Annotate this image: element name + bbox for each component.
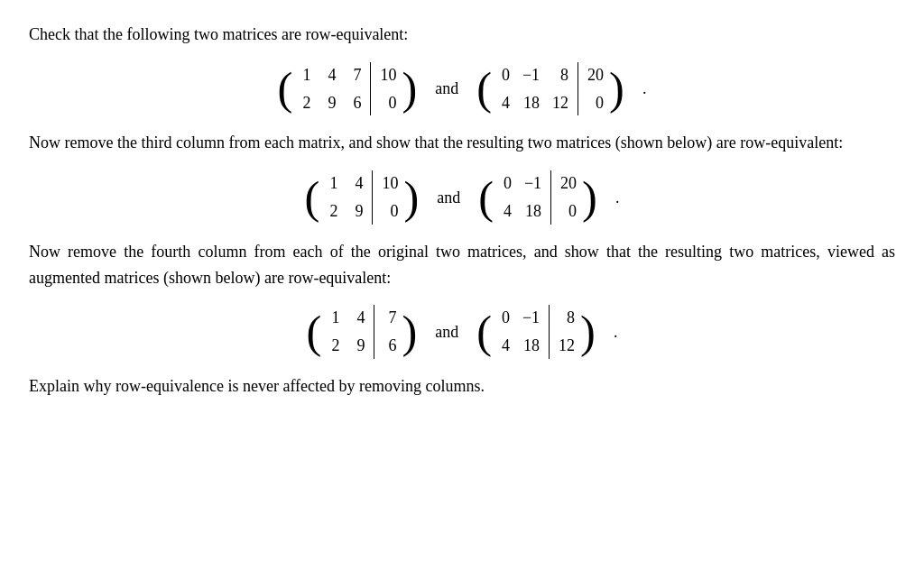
- matrix-4-aug: 20 0: [555, 167, 582, 228]
- matrix-5-vline-wrap: [370, 301, 378, 363]
- remove-fourth-paragraph: Now remove the fourth column from each o…: [29, 239, 895, 291]
- m4-r2c1: 4: [499, 198, 512, 225]
- right-paren-1: ): [402, 66, 417, 111]
- matrix-2-cols: 0 −1 8 4 18 12: [492, 59, 574, 120]
- m2-r2c1: 4: [497, 90, 510, 116]
- m4-aug-r1: 20: [560, 170, 577, 197]
- matrix-1: ( 1 4 7 2 9 6 10 0 ): [278, 59, 418, 120]
- m1-r2c3: 6: [348, 90, 361, 116]
- m2-aug-r2: 0: [587, 90, 604, 116]
- matrix-5-vline: [374, 305, 374, 359]
- left-paren-3: (: [305, 175, 320, 220]
- m4-r1c2: −1: [524, 170, 541, 197]
- remove-third-paragraph: Now remove the third column from each ma…: [29, 130, 895, 156]
- right-paren-3: ): [403, 175, 419, 220]
- matrix-5-inner: 1 4 2 9 7 6: [321, 301, 402, 363]
- matrix-3-vline-wrap: [368, 167, 376, 228]
- matrix-2-inner: 0 −1 8 4 18 12 20 0: [492, 59, 609, 120]
- matrix-2-aug: 20 0: [582, 59, 609, 120]
- m5-r1c1: 1: [327, 305, 339, 331]
- left-paren-6: (: [476, 309, 492, 354]
- matrix-6: ( 0 −1 4 18 8 12 ): [476, 301, 596, 363]
- main-content: Check that the following two matrices ar…: [29, 22, 895, 400]
- m5-aug-r2: 6: [383, 333, 396, 359]
- math-line-1: ( 1 4 7 2 9 6 10 0 ) and: [29, 59, 895, 120]
- m3-r1c1: 1: [325, 170, 337, 197]
- m6-aug-r2: 12: [559, 333, 575, 359]
- m2-r2c2: 18: [522, 90, 540, 116]
- matrix-1-cols: 1 4 7 2 9 6: [292, 59, 366, 120]
- dot-1: .: [642, 76, 647, 102]
- m2-aug-r1: 20: [587, 62, 604, 88]
- matrix-6-aug: 8 12: [553, 301, 580, 363]
- m2-r1c3: 8: [552, 62, 568, 88]
- m5-aug-r1: 7: [383, 305, 396, 331]
- m3-r2c1: 2: [325, 198, 337, 225]
- m6-aug-r1: 8: [559, 305, 575, 331]
- matrix-6-vline: [549, 305, 550, 359]
- m1-r1c2: 4: [323, 62, 336, 88]
- m2-r1c1: 0: [497, 62, 510, 88]
- m6-r1c2: −1: [522, 305, 540, 331]
- m3-r1c2: 4: [350, 170, 363, 197]
- m3-aug-r2: 0: [382, 198, 398, 225]
- m1-r1c3: 7: [348, 62, 361, 88]
- m3-aug-r1: 10: [382, 170, 398, 197]
- matrix-3-vline: [372, 170, 373, 225]
- matrix-4-cols: 0 −1 4 18: [494, 167, 547, 228]
- matrix-3-cols: 1 4 2 9: [319, 167, 368, 228]
- m1-r2c1: 2: [298, 90, 310, 116]
- and-1: and: [435, 76, 458, 102]
- m1-aug-r2: 0: [380, 90, 396, 116]
- dot-3: .: [614, 319, 618, 345]
- explain-paragraph: Explain why row-equivalence is never aff…: [29, 373, 895, 400]
- matrix-3: ( 1 4 2 9 10 0 ): [305, 167, 420, 228]
- right-paren-5: ): [402, 309, 417, 354]
- m5-r2c2: 9: [352, 333, 365, 359]
- m4-r2c2: 18: [524, 198, 541, 225]
- matrix-5-cols: 1 4 2 9: [321, 301, 370, 363]
- matrix-4-vline: [550, 170, 551, 225]
- matrix-1-vline-wrap: [366, 59, 374, 120]
- m2-r1c2: −1: [522, 62, 540, 88]
- matrix-2-vline-wrap: [574, 59, 582, 120]
- math-line-3: ( 1 4 2 9 7 6 ) and (: [29, 301, 895, 363]
- m6-r1c1: 0: [497, 305, 510, 331]
- right-paren-2: ): [609, 66, 624, 111]
- matrix-2: ( 0 −1 8 4 18 12 20 0 ): [476, 59, 624, 120]
- m2-r2c3: 12: [552, 90, 568, 116]
- m1-r1c1: 1: [298, 62, 310, 88]
- matrix-4: ( 0 −1 4 18 20 0 ): [478, 167, 597, 228]
- left-paren-5: (: [307, 309, 322, 354]
- matrix-4-vline-wrap: [547, 167, 555, 228]
- matrix-3-aug: 10 0: [376, 167, 403, 228]
- matrix-1-inner: 1 4 7 2 9 6 10 0: [292, 59, 402, 120]
- and-2: and: [437, 185, 460, 211]
- intro-paragraph: Check that the following two matrices ar…: [29, 22, 895, 48]
- m1-r2c2: 9: [323, 90, 336, 116]
- matrix-1-aug: 10 0: [374, 59, 402, 120]
- m4-r1c1: 0: [499, 170, 512, 197]
- matrix-6-cols: 0 −1 4 18: [492, 301, 545, 363]
- and-3: and: [435, 319, 458, 345]
- math-line-2: ( 1 4 2 9 10 0 ) and (: [29, 167, 895, 228]
- matrix-6-vline-wrap: [545, 301, 553, 363]
- right-paren-6: ): [580, 309, 596, 354]
- matrix-6-inner: 0 −1 4 18 8 12: [492, 301, 580, 363]
- matrix-1-vline: [370, 62, 371, 116]
- left-paren-4: (: [478, 175, 494, 220]
- m4-aug-r2: 0: [560, 198, 577, 225]
- left-paren-2: (: [476, 66, 492, 111]
- m5-r2c1: 2: [327, 333, 339, 359]
- dot-2: .: [615, 185, 620, 211]
- matrix-2-vline: [578, 62, 578, 116]
- matrix-4-inner: 0 −1 4 18 20 0: [494, 167, 582, 228]
- left-paren-1: (: [278, 66, 293, 111]
- right-paren-4: ): [582, 175, 597, 220]
- m3-r2c2: 9: [350, 198, 363, 225]
- m5-r1c2: 4: [352, 305, 365, 331]
- matrix-5-aug: 7 6: [378, 301, 402, 363]
- matrix-3-inner: 1 4 2 9 10 0: [319, 167, 403, 228]
- m6-r2c2: 18: [522, 333, 540, 359]
- m6-r2c1: 4: [497, 333, 510, 359]
